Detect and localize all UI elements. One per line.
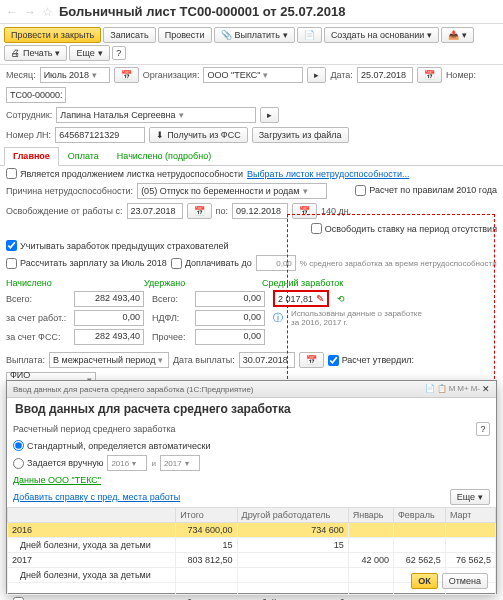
ln-input[interactable] bbox=[55, 127, 145, 143]
attach-button[interactable]: 📄 bbox=[297, 27, 322, 43]
pay-date[interactable] bbox=[239, 352, 295, 368]
org-select[interactable]: ООО "ТЕКС" bbox=[203, 67, 303, 83]
reason-select[interactable]: (05) Отпуск по беременности и родам bbox=[137, 183, 327, 199]
month-picker[interactable]: 📅 bbox=[114, 67, 139, 83]
emp-open[interactable]: ▸ bbox=[260, 107, 279, 123]
modal-window-title: Ввод данных для расчета среднего заработ… bbox=[13, 385, 254, 394]
avg-earnings-modal: Ввод данных для расчета среднего заработ… bbox=[6, 380, 497, 594]
supplement-check[interactable]: Доплачивать до bbox=[171, 258, 252, 269]
year2-select[interactable]: 2017 bbox=[160, 455, 200, 471]
emp-label: Сотрудник: bbox=[6, 110, 52, 120]
calc-period-label: Расчетный период среднего заработка bbox=[13, 424, 176, 434]
date-label: Дата: bbox=[330, 70, 352, 80]
fss-button[interactable]: ⬇ Получить из ФСС bbox=[149, 127, 248, 143]
export-button[interactable]: 📤 ▾ bbox=[441, 27, 474, 43]
days-label: 140 дн. bbox=[321, 206, 351, 216]
continuation-check[interactable]: Является продолжением листка нетрудоспос… bbox=[6, 168, 243, 179]
org-open[interactable]: ▸ bbox=[307, 67, 326, 83]
cancel-button[interactable]: Отмена bbox=[442, 573, 488, 589]
recalc-check[interactable]: Рассчитать зарплату за Июль 2018 bbox=[6, 258, 167, 269]
year1-select[interactable]: 2016 bbox=[107, 455, 147, 471]
num-label: Номер: bbox=[446, 70, 476, 80]
pay-button[interactable]: 📎 Выплатить ▾ bbox=[214, 27, 295, 43]
org-label: Организация: bbox=[143, 70, 200, 80]
create-based-button[interactable]: Создать на основании ▾ bbox=[324, 27, 439, 43]
radio-auto[interactable]: Стандартный, определяется автоматически bbox=[13, 440, 210, 451]
other-amt: 0,00 bbox=[195, 329, 265, 345]
reason-label: Причина нетрудоспособности: bbox=[6, 186, 133, 196]
star-icon[interactable]: ☆ bbox=[42, 5, 53, 19]
total-withheld: 0,00 bbox=[195, 291, 265, 307]
modal-title: Ввод данных для расчета среднего заработ… bbox=[7, 398, 496, 420]
add-ref-link[interactable]: Добавить справку с пред. места работы bbox=[13, 492, 180, 502]
pencil-icon[interactable]: ✎ bbox=[316, 293, 324, 304]
month-label: Месяц: bbox=[6, 70, 36, 80]
rules2010-check[interactable]: Расчет по правилам 2010 года bbox=[355, 185, 497, 196]
radio-manual[interactable]: Задается вручную bbox=[13, 458, 103, 469]
help-button[interactable]: ? bbox=[112, 46, 126, 60]
pick-sheet-link[interactable]: Выбрать листок нетрудоспособности... bbox=[247, 169, 409, 179]
employer-amt: 0,00 bbox=[74, 310, 144, 326]
file-button[interactable]: Загрузить из файла bbox=[252, 127, 349, 143]
post-button[interactable]: Провести bbox=[158, 27, 212, 43]
table-row[interactable]: Дней болезни, ухода за детьми1515 bbox=[8, 538, 496, 553]
save-button[interactable]: Записать bbox=[103, 27, 155, 43]
payment-select[interactable]: В межрасчетный период bbox=[49, 352, 169, 368]
close-icon[interactable]: ✕ bbox=[482, 384, 490, 394]
info-icon: ⓘ bbox=[273, 311, 283, 325]
modal-more-button[interactable]: Еще ▾ bbox=[450, 489, 490, 505]
print-button[interactable]: 🖨 Печать ▾ bbox=[4, 45, 67, 61]
absence-to[interactable] bbox=[232, 203, 288, 219]
table-row[interactable]: 2016734 600,00734 600 bbox=[8, 523, 496, 538]
emp-select[interactable]: Лапина Наталья Сергеевна bbox=[56, 107, 256, 123]
withheld-header: Удержано bbox=[144, 278, 254, 288]
tab-main[interactable]: Главное bbox=[4, 147, 59, 166]
avg-earnings-box[interactable]: 2 017,81✎ bbox=[273, 290, 329, 307]
data-org-link[interactable]: Данные ООО "ТЕКС" bbox=[13, 475, 101, 485]
recalc-icon[interactable]: ⟲ bbox=[337, 294, 345, 304]
total-accrued: 282 493,40 bbox=[74, 291, 144, 307]
accrued-header: Начислено bbox=[6, 278, 136, 288]
from-cal-icon[interactable]: 📅 bbox=[187, 203, 212, 219]
tab-pay[interactable]: Оплата bbox=[59, 147, 108, 165]
table-row[interactable]: 2017803 812,5042 00062 562,576 562,5 bbox=[8, 553, 496, 568]
absence-from[interactable] bbox=[127, 203, 183, 219]
date-picker[interactable]: 📅 bbox=[417, 67, 442, 83]
info-text: Использованы данные о заработке за 2016,… bbox=[291, 309, 431, 327]
fss-amt: 282 493,40 bbox=[74, 329, 144, 345]
prev-ins-check[interactable]: Учитывать заработок предыдущих страховат… bbox=[6, 240, 229, 251]
ln-label: Номер ЛН: bbox=[6, 130, 51, 140]
supplement-pct[interactable] bbox=[256, 255, 296, 271]
month-select[interactable]: Июль 2018 bbox=[40, 67, 110, 83]
nav-fwd-icon[interactable]: → bbox=[24, 5, 36, 19]
help-icon[interactable]: ? bbox=[476, 422, 490, 436]
page-title: Больничный лист ТС00-000001 от 25.07.201… bbox=[59, 4, 345, 19]
ok-button[interactable]: ОК bbox=[411, 573, 438, 589]
num-input[interactable] bbox=[6, 87, 66, 103]
to-cal-icon[interactable]: 📅 bbox=[292, 203, 317, 219]
absence-label: Освобождение от работы с: bbox=[6, 206, 123, 216]
post-close-button[interactable]: Провести и закрыть bbox=[4, 27, 101, 43]
ndfl-amt: 0,00 bbox=[195, 310, 265, 326]
payment-label: Выплата: bbox=[6, 355, 45, 365]
avg-header: Средний заработок bbox=[262, 278, 343, 288]
tab-calc[interactable]: Начислено (подробно) bbox=[108, 147, 220, 165]
free-rate-check[interactable]: Освободить ставку на период отсутствия bbox=[311, 223, 497, 234]
more-button[interactable]: Еще ▾ bbox=[69, 45, 109, 61]
date-input[interactable] bbox=[357, 67, 413, 83]
pay-cal-icon[interactable]: 📅 bbox=[299, 352, 324, 368]
approved-check[interactable]: Расчет утвердил: bbox=[328, 355, 414, 366]
nav-back-icon[interactable]: ← bbox=[6, 5, 18, 19]
